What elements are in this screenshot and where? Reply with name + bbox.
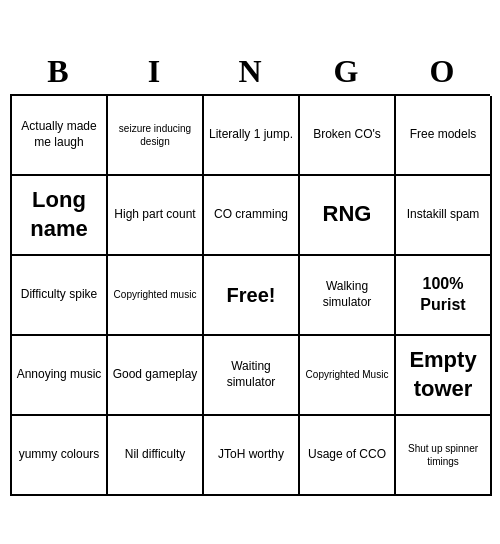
bingo-cell[interactable]: Copyrighted Music [300, 336, 396, 416]
bingo-cell[interactable]: Literally 1 jump. [204, 96, 300, 176]
bingo-cell[interactable]: Nil difficulty [108, 416, 204, 496]
bingo-cell[interactable]: Waiting simulator [204, 336, 300, 416]
bingo-cell[interactable]: Broken CO's [300, 96, 396, 176]
letter-i: I [110, 53, 198, 90]
bingo-cell[interactable]: JToH worthy [204, 416, 300, 496]
bingo-cell[interactable]: yummy colours [12, 416, 108, 496]
bingo-cell[interactable]: High part count [108, 176, 204, 256]
bingo-cell[interactable]: Difficulty spike [12, 256, 108, 336]
bingo-cell[interactable]: RNG [300, 176, 396, 256]
letter-b: B [14, 53, 102, 90]
bingo-cell[interactable]: Free! [204, 256, 300, 336]
letter-n: N [206, 53, 294, 90]
bingo-card: B I N G O Actually made me laughseizure … [10, 49, 490, 496]
bingo-cell[interactable]: Actually made me laugh [12, 96, 108, 176]
bingo-cell[interactable]: Free models [396, 96, 492, 176]
bingo-title: B I N G O [10, 49, 490, 94]
bingo-cell[interactable]: 100% Purist [396, 256, 492, 336]
bingo-cell[interactable]: Good gameplay [108, 336, 204, 416]
bingo-cell[interactable]: Shut up spinner timings [396, 416, 492, 496]
bingo-cell[interactable]: Usage of CCO [300, 416, 396, 496]
bingo-cell[interactable]: Empty tower [396, 336, 492, 416]
bingo-cell[interactable]: seizure inducing design [108, 96, 204, 176]
letter-o: O [398, 53, 486, 90]
bingo-cell[interactable]: Walking simulator [300, 256, 396, 336]
bingo-grid: Actually made me laughseizure inducing d… [10, 94, 490, 496]
letter-g: G [302, 53, 390, 90]
bingo-cell[interactable]: Copyrighted music [108, 256, 204, 336]
bingo-cell[interactable]: Instakill spam [396, 176, 492, 256]
bingo-cell[interactable]: Annoying music [12, 336, 108, 416]
bingo-cell[interactable]: CO cramming [204, 176, 300, 256]
bingo-cell[interactable]: Long name [12, 176, 108, 256]
